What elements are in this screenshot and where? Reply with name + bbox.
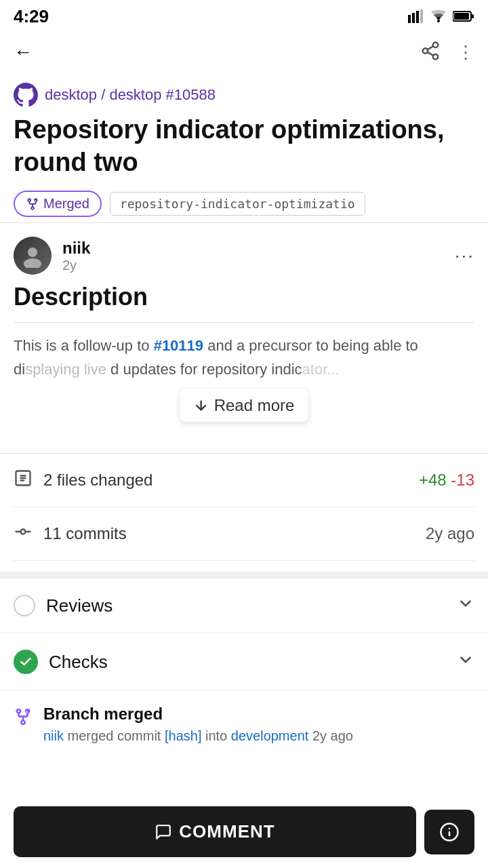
- github-logo: [14, 83, 38, 107]
- svg-rect-1: [412, 13, 415, 23]
- author-time: 2y: [62, 258, 90, 273]
- reviews-left: Reviews: [14, 595, 113, 616]
- branch-badge: repository-indicator-optimizatio: [110, 192, 365, 216]
- status-icons: [408, 9, 474, 23]
- additions-count: +48: [419, 471, 447, 489]
- share-icon: [420, 41, 441, 61]
- read-more-icon: [194, 398, 209, 413]
- signal-icon: [408, 9, 424, 23]
- deletions-count: -13: [451, 471, 474, 489]
- gray-section-divider: [0, 572, 488, 578]
- info-button[interactable]: [424, 810, 474, 854]
- branch-merged-icon: [14, 707, 33, 731]
- reviews-chevron: [457, 595, 474, 616]
- svg-line-12: [428, 46, 434, 50]
- reviews-section[interactable]: Reviews: [0, 578, 488, 633]
- reviews-label: Reviews: [46, 595, 113, 616]
- bottom-bar: COMMENT: [0, 795, 488, 868]
- author-row: niik 2y ···: [14, 237, 474, 275]
- author-more-menu[interactable]: ···: [455, 245, 474, 267]
- commits-label: 11 commits: [43, 524, 127, 543]
- author-name: niik: [62, 239, 90, 258]
- commits-time: 2y ago: [426, 524, 474, 543]
- event-title: Branch merged: [43, 705, 474, 724]
- repo-path: desktop / desktop #10588: [45, 86, 216, 104]
- svg-rect-3: [420, 9, 423, 23]
- svg-point-4: [437, 20, 440, 22]
- event-description: niik merged commit [hash] into developme…: [43, 726, 474, 745]
- reviews-status-icon: [14, 595, 35, 616]
- pr-link[interactable]: #10119: [154, 337, 203, 354]
- badges-row: Merged repository-indicator-optimizatio: [14, 191, 474, 217]
- svg-point-13: [28, 248, 37, 257]
- checks-chevron: [457, 651, 474, 673]
- commit-icon: [14, 522, 33, 545]
- files-changed-diff: +48 -13: [419, 471, 474, 490]
- nav-bar: ← ⋮: [0, 33, 488, 72]
- event-content: Branch merged niik merged commit [hash] …: [43, 705, 474, 745]
- author-info: niik 2y: [14, 237, 90, 275]
- branch-merged-event: Branch merged niik merged commit [hash] …: [14, 705, 474, 745]
- info-icon: [439, 822, 460, 842]
- back-button[interactable]: ←: [14, 41, 33, 63]
- files-icon: [14, 469, 33, 492]
- svg-rect-7: [472, 14, 474, 18]
- merge-icon: [26, 197, 39, 211]
- repo-breadcrumb: desktop / desktop #10588: [14, 83, 474, 107]
- svg-line-11: [428, 52, 434, 56]
- author-details: niik 2y: [62, 239, 90, 273]
- comment-button[interactable]: COMMENT: [14, 806, 416, 857]
- files-changed-row[interactable]: 2 files changed +48 -13: [14, 454, 474, 507]
- share-button[interactable]: [420, 41, 441, 64]
- battery-icon: [453, 10, 474, 22]
- commits-row[interactable]: 11 commits 2y ago: [14, 507, 474, 561]
- svg-point-14: [24, 258, 41, 268]
- checks-section[interactable]: Checks: [0, 633, 488, 691]
- more-menu-button[interactable]: ⋮: [457, 42, 474, 63]
- wifi-icon: [430, 9, 447, 23]
- files-changed-label: 2 files changed: [43, 471, 152, 490]
- nav-right: ⋮: [420, 41, 474, 64]
- event-section: Branch merged niik merged commit [hash] …: [0, 691, 488, 813]
- event-author[interactable]: niik: [43, 728, 64, 743]
- status-bar: 4:29: [0, 0, 488, 33]
- svg-rect-2: [416, 11, 419, 23]
- svg-rect-0: [408, 15, 411, 23]
- nav-left: ←: [14, 41, 33, 63]
- description-heading: Description: [14, 283, 474, 311]
- status-time: 4:29: [14, 6, 49, 27]
- comment-icon: [155, 823, 172, 841]
- checks-left: Checks: [14, 650, 108, 674]
- checks-label: Checks: [49, 652, 108, 673]
- avatar: [14, 237, 52, 275]
- description-text: This is a follow-up to #10119 and a prec…: [14, 334, 474, 381]
- event-branch[interactable]: development: [231, 728, 309, 743]
- checks-status-icon: [14, 650, 38, 674]
- avatar-image: [14, 237, 52, 275]
- merged-badge: Merged: [14, 191, 102, 217]
- comment-label: COMMENT: [179, 821, 274, 842]
- event-commit[interactable]: [hash]: [165, 728, 201, 743]
- read-more-label: Read more: [214, 396, 295, 415]
- read-more-button[interactable]: Read more: [180, 389, 308, 422]
- stats-section: 2 files changed +48 -13 11 commits 2y ag…: [0, 454, 488, 561]
- files-changed-left: 2 files changed: [14, 469, 152, 492]
- svg-rect-6: [454, 13, 469, 20]
- description-body: This is a follow-up to #10119 and a prec…: [14, 334, 474, 415]
- description-divider: [14, 322, 474, 323]
- repo-section: desktop / desktop #10588 Repository indi…: [0, 72, 488, 222]
- commits-left: 11 commits: [14, 522, 127, 545]
- author-section: niik 2y ··· Description This is a follow…: [0, 223, 488, 426]
- pr-title: Repository indicator optimizations, roun…: [14, 114, 474, 178]
